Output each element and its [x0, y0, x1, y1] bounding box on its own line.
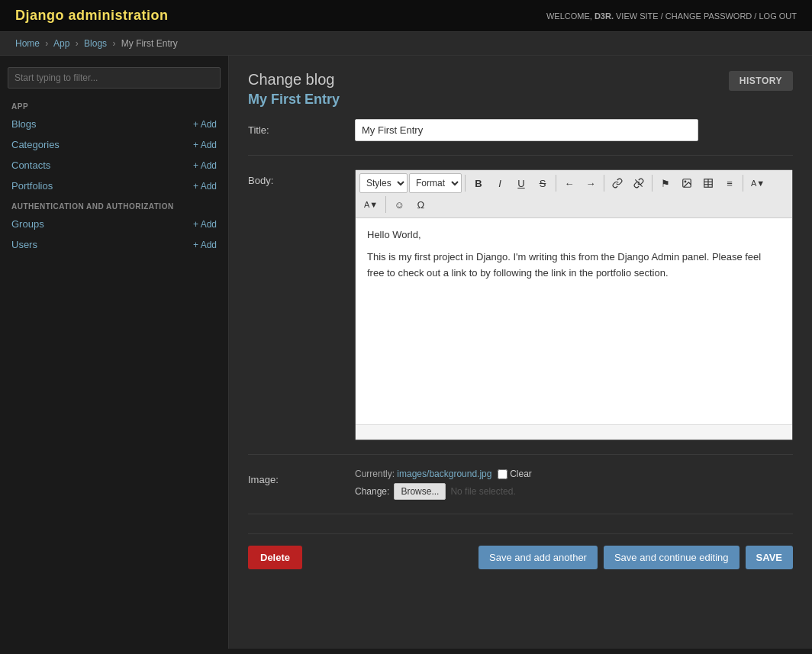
view-site-link[interactable]: VIEW SITE: [616, 11, 659, 21]
object-title: My First Entry: [248, 92, 340, 108]
sidebar-categories-link[interactable]: Categories: [11, 139, 60, 150]
rich-text-editor: Styles Format B I U S ← →: [355, 169, 793, 440]
save-button[interactable]: SAVE: [746, 546, 793, 569]
table-button[interactable]: [698, 173, 718, 193]
styles-select[interactable]: Styles: [359, 173, 408, 193]
link-button[interactable]: [607, 173, 627, 193]
image-button[interactable]: [677, 173, 697, 193]
user-tools: WELCOME, D3R. VIEW SITE / CHANGE PASSWOR…: [546, 11, 797, 21]
breadcrumb-sep3: ›: [112, 38, 115, 49]
redo-button[interactable]: →: [581, 173, 601, 193]
image-currently: Currently: images/background.jpg Clear: [355, 469, 793, 479]
emoji-button[interactable]: ☺: [389, 195, 409, 214]
sidebar-blogs-link[interactable]: Blogs: [11, 118, 37, 130]
breadcrumb-app[interactable]: App: [53, 38, 69, 49]
delete-button[interactable]: Delete: [248, 546, 302, 569]
sidebar-portfolios-add[interactable]: + Add: [193, 181, 217, 192]
currently-label: Currently:: [355, 469, 395, 479]
editor-footer: [356, 424, 792, 440]
sidebar-item-categories[interactable]: Categories + Add: [0, 134, 228, 155]
title-form-row: Title:: [248, 119, 793, 156]
history-button[interactable]: HISTORY: [729, 71, 793, 91]
page-titles: Change blog My First Entry: [248, 71, 340, 108]
sidebar-item-portfolios[interactable]: Portfolios + Add: [0, 176, 228, 196]
sidebar-item-contacts[interactable]: Contacts + Add: [0, 155, 228, 176]
breadcrumb-sep2: ›: [76, 38, 79, 49]
body-form-row: Body: Styles Format B I U: [248, 169, 793, 455]
sidebar-users-link[interactable]: Users: [11, 239, 37, 250]
bold-button[interactable]: B: [469, 173, 488, 193]
backcolor-button[interactable]: A▼: [359, 195, 382, 214]
italic-button[interactable]: I: [490, 173, 510, 193]
toolbar-sep2: [556, 175, 556, 192]
sidebar-groups-link[interactable]: Groups: [11, 218, 44, 230]
sidebar-contacts-link[interactable]: Contacts: [11, 159, 50, 171]
save-actions: Save and add another Save and continue e…: [478, 546, 793, 569]
sidebar: APP Blogs + Add Categories + Add Contact…: [0, 56, 229, 649]
breadcrumb-current: My First Entry: [121, 38, 178, 49]
image-field-content: Currently: images/background.jpg Clear C…: [355, 469, 793, 500]
save-add-button[interactable]: Save and add another: [478, 546, 598, 569]
toolbar-sep6: [385, 196, 386, 213]
hr-button[interactable]: ≡: [720, 173, 740, 193]
save-continue-button[interactable]: Save and continue editing: [604, 546, 740, 569]
page-title-row: Change blog My First Entry HISTORY: [248, 71, 793, 108]
browse-button[interactable]: Browse...: [394, 483, 446, 500]
content-wrapper: APP Blogs + Add Categories + Add Contact…: [0, 56, 812, 649]
breadcrumb-sep1: ›: [45, 38, 48, 49]
breadcrumb-blogs[interactable]: Blogs: [84, 38, 107, 49]
sidebar-item-users[interactable]: Users + Add: [0, 234, 228, 255]
page-title: Change blog: [248, 71, 340, 89]
sidebar-filter-wrapper: [8, 67, 221, 89]
sidebar-item-blogs[interactable]: Blogs + Add: [0, 114, 228, 134]
sidebar-portfolios-link[interactable]: Portfolios: [11, 180, 53, 192]
username: D3R.: [594, 11, 614, 21]
editor-body[interactable]: Hello World, This is my first project in…: [356, 218, 792, 424]
svg-line-0: [635, 179, 642, 186]
image-file-link[interactable]: images/background.jpg: [397, 469, 491, 479]
body-field-content: Styles Format B I U S ← →: [355, 169, 793, 440]
title-input[interactable]: [355, 119, 698, 141]
sidebar-section-auth: AUTHENTICATION AND AUTHORIZATION: [0, 196, 228, 214]
underline-button[interactable]: U: [511, 173, 531, 193]
toolbar-sep3: [604, 175, 604, 192]
sidebar-categories-add[interactable]: + Add: [193, 140, 217, 150]
anchor-button[interactable]: ⚑: [656, 173, 675, 193]
svg-point-2: [685, 181, 686, 182]
sidebar-blogs-add[interactable]: + Add: [193, 119, 217, 130]
editor-toolbar: Styles Format B I U S ← →: [356, 170, 792, 218]
sidebar-item-groups[interactable]: Groups + Add: [0, 214, 228, 234]
title-field-content: [355, 119, 793, 141]
editor-line2: This is my first project in Django. I'm …: [367, 250, 781, 282]
breadcrumb-home[interactable]: Home: [15, 38, 40, 49]
title-label: Title:: [248, 119, 355, 136]
sidebar-groups-add[interactable]: + Add: [193, 219, 217, 230]
sidebar-users-add[interactable]: + Add: [193, 240, 217, 250]
undo-button[interactable]: ←: [559, 173, 579, 193]
header: Django administration WELCOME, D3R. VIEW…: [0, 0, 812, 32]
image-form-row: Image: Currently: images/background.jpg …: [248, 469, 793, 514]
toolbar-sep5: [743, 175, 743, 192]
unlink-button[interactable]: [629, 173, 649, 193]
editor-line1: Hello World,: [367, 227, 781, 243]
strikethrough-button[interactable]: S: [533, 173, 553, 193]
site-title: Django administration: [15, 8, 169, 24]
change-password-link[interactable]: CHANGE PASSWORD: [665, 11, 752, 21]
sidebar-filter-input[interactable]: [8, 67, 221, 89]
body-label: Body:: [248, 169, 355, 186]
main-content: Change blog My First Entry HISTORY Title…: [229, 56, 812, 649]
change-label: Change:: [355, 486, 389, 497]
toolbar-sep1: [465, 175, 466, 192]
special-char-button[interactable]: Ω: [411, 195, 430, 214]
sidebar-contacts-add[interactable]: + Add: [193, 160, 217, 171]
log-out-link[interactable]: LOG OUT: [759, 11, 797, 21]
toolbar-sep4: [652, 175, 652, 192]
image-clear-checkbox[interactable]: [498, 469, 508, 479]
welcome-text: WELCOME,: [546, 11, 592, 21]
breadcrumb: Home › App › Blogs › My First Entry: [0, 32, 812, 56]
format-select[interactable]: Format: [409, 173, 462, 193]
clear-label: Clear: [510, 469, 532, 479]
form-actions: Delete Save and add another Save and con…: [248, 533, 793, 569]
image-label: Image:: [248, 469, 355, 485]
forecolor-button[interactable]: A▼: [746, 173, 769, 193]
